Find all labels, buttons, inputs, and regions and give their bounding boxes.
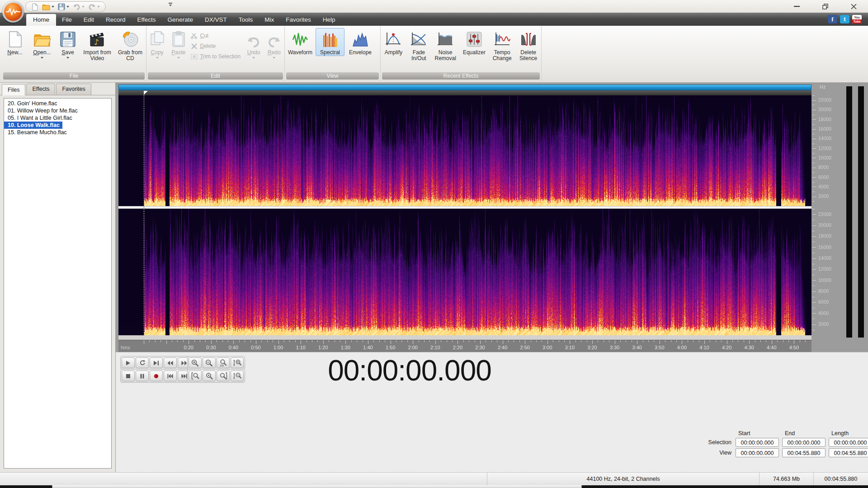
save-dropdown-caret[interactable]	[66, 57, 69, 59]
copy-button[interactable]: Copy	[146, 28, 168, 59]
zoom-selection-icon[interactable]	[203, 371, 216, 381]
minimize-button[interactable]	[788, 1, 805, 11]
tab-favorites[interactable]: Favorites	[280, 14, 317, 26]
trim-to-selection-button[interactable]: Trim to Selection	[189, 53, 243, 60]
side-tab-favorites[interactable]: Favorites	[56, 84, 91, 95]
file-list-item[interactable]: 10. Loose Walk.flac	[4, 122, 62, 129]
zoom-in-icon[interactable]	[189, 357, 202, 368]
undo-icon[interactable]	[72, 3, 85, 11]
import-from-video-button[interactable]: ♪ Import from Video	[80, 28, 115, 62]
zoom-100-icon[interactable]: 100	[217, 357, 230, 368]
tab-generate[interactable]: Generate	[162, 14, 199, 26]
tempo-icon	[494, 30, 510, 48]
horizontal-overview-scrollbar[interactable]	[118, 84, 811, 90]
go-to-start-button[interactable]	[164, 371, 177, 381]
tab-record[interactable]: Record	[100, 14, 132, 26]
side-tab-files[interactable]: Files	[2, 84, 25, 95]
save-file-icon[interactable]	[57, 3, 70, 11]
delete-silence-icon	[520, 30, 537, 48]
youtube-icon[interactable]: You Tube	[852, 15, 862, 23]
column-header-start: Start	[736, 430, 779, 436]
time-field[interactable]: 00:04:55.880	[782, 448, 826, 457]
new-button[interactable]: New...	[2, 28, 28, 56]
open-dropdown-caret[interactable]	[41, 57, 43, 59]
paste-button[interactable]: Paste	[168, 28, 189, 59]
open-button[interactable]: Open...	[28, 28, 56, 59]
restore-button[interactable]	[817, 1, 834, 11]
waveform-view-button[interactable]: Waveform	[285, 28, 316, 56]
time-field[interactable]: 00:00:00.000	[829, 438, 868, 447]
play-to-end-button[interactable]	[150, 357, 163, 368]
side-tab-effects[interactable]: Effects	[26, 84, 55, 95]
app-logo-icon[interactable]	[2, 1, 24, 23]
twitter-icon[interactable]: t	[840, 15, 849, 23]
tab-help[interactable]: Help	[317, 14, 341, 26]
loop-playback-button[interactable]	[136, 357, 149, 368]
zoom-selection-start-icon[interactable]	[189, 371, 202, 381]
tab-dx-vst[interactable]: DX/VST	[199, 14, 233, 26]
amplify-button[interactable]: Amplify	[381, 28, 406, 56]
new-document-icon[interactable]	[30, 3, 39, 11]
grab-from-cd-button[interactable]: Grab from CD	[115, 28, 146, 62]
file-list[interactable]: 20. Goin' Home.flac01. Willow Weep for M…	[4, 98, 112, 469]
tab-tools[interactable]: Tools	[233, 14, 259, 26]
group-label-recent-effects: Recent Effects	[382, 72, 540, 80]
fade-icon	[410, 30, 427, 48]
timeline-ruler[interactable]	[118, 340, 811, 352]
marker-strip[interactable]	[118, 90, 811, 95]
tab-home[interactable]: Home	[26, 14, 56, 26]
open-file-icon[interactable]	[41, 3, 55, 11]
stop-button[interactable]	[122, 371, 135, 381]
zoom-vertical-in-icon[interactable]	[231, 357, 244, 368]
customize-quick-access-button[interactable]	[167, 3, 174, 10]
cut-button[interactable]: Cut	[189, 33, 243, 39]
ribbon-group-edit: Copy Paste Cut Delete	[146, 26, 285, 81]
edit-small-buttons: Cut Delete Trim to Selection	[189, 28, 243, 60]
equalizer-button[interactable]: Equalizer	[460, 28, 489, 56]
spectrogram-view[interactable]	[118, 95, 811, 335]
save-icon	[60, 30, 75, 48]
time-field[interactable]: 00:00:00.000	[736, 448, 779, 457]
fade-in-out-button[interactable]: Fade In/Out	[406, 28, 431, 62]
noise-removal-icon	[437, 30, 453, 48]
delete-button[interactable]: Delete	[189, 43, 243, 49]
zoom-selection-end-icon[interactable]	[217, 371, 230, 381]
status-bar: 44100 Hz, 24-bit, 2 Channels 74.663 Mb 0…	[0, 472, 868, 485]
zoom-out-icon[interactable]	[203, 357, 216, 368]
envelope-view-button[interactable]: Envelope	[344, 28, 376, 56]
zoom-vertical-out-icon[interactable]	[231, 371, 244, 381]
rewind-button[interactable]	[164, 357, 177, 368]
quick-access-toolbar	[25, 1, 106, 12]
file-list-item[interactable]: 15. Besame Mucho.flac	[4, 129, 111, 136]
new-file-icon	[8, 30, 22, 48]
redo-button[interactable]: Redo	[264, 28, 284, 59]
noise-removal-button[interactable]: Noise Removal	[431, 28, 460, 62]
file-list-item[interactable]: 20. Goin' Home.flac	[4, 100, 111, 107]
file-list-item[interactable]: 01. Willow Weep for Me.flac	[4, 107, 111, 114]
playhead-marker[interactable]	[144, 91, 148, 95]
delete-silence-button[interactable]: Delete Silence	[515, 28, 541, 62]
tab-file[interactable]: File	[56, 14, 78, 26]
row-label: Selection	[702, 439, 736, 446]
facebook-icon[interactable]: f	[828, 15, 837, 23]
ribbon: New... Open... Save ♪ Import f	[0, 26, 868, 83]
file-list-item[interactable]: 05. I Want a Little Girl.flac	[4, 114, 111, 122]
spectral-view-button[interactable]: Spectral	[316, 28, 344, 56]
taskbar-edge	[0, 485, 868, 488]
time-field[interactable]: 00:00:00.000	[736, 438, 779, 447]
paste-dropdown-caret	[177, 57, 180, 59]
tempo-change-button[interactable]: Tempo Change	[489, 28, 515, 62]
record-button[interactable]	[150, 371, 163, 381]
save-button[interactable]: Save	[56, 28, 80, 59]
time-field[interactable]: 00:00:00.000	[782, 438, 826, 447]
tab-mix[interactable]: Mix	[259, 14, 280, 26]
pause-button[interactable]	[136, 371, 149, 381]
tab-edit[interactable]: Edit	[78, 14, 100, 26]
undo-button[interactable]: Undo	[243, 28, 264, 59]
tab-effects[interactable]: Effects	[132, 14, 162, 26]
close-button[interactable]	[845, 1, 862, 11]
group-label-file: File	[3, 72, 145, 80]
redo-icon[interactable]	[87, 3, 101, 11]
play-button[interactable]	[122, 357, 135, 368]
time-field[interactable]: 00:04:55.880	[829, 448, 868, 457]
